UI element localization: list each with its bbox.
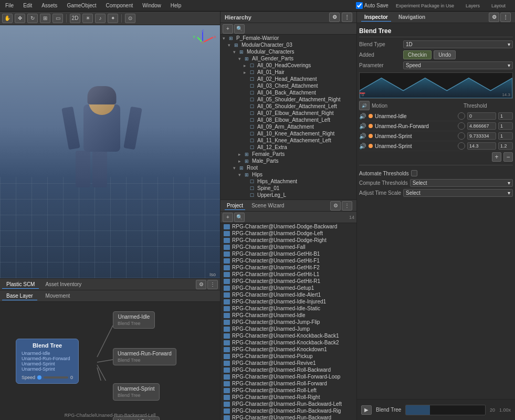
tree-item-knee-l[interactable]: ☐ All_11_Knee_Attachement_Left — [220, 137, 356, 144]
tree-item-knee-r[interactable]: ☐ All_10_Knee_Attachement_Right — [220, 130, 356, 137]
project-list-item[interactable]: RPG-Character@Unarmed-GetHit-F1 — [220, 257, 356, 264]
tree-item-elbow-r[interactable]: ☐ All_07_Elbow_Attachment_Right — [220, 110, 356, 117]
tree-item-hipsattach[interactable]: ☐ Hips_Attachment — [220, 178, 356, 185]
automate-checkbox[interactable] — [411, 170, 417, 176]
tab-scene-wizard[interactable]: Scene Wizard — [249, 202, 286, 209]
motion-dot-btn[interactable] — [458, 122, 465, 130]
project-list-item[interactable]: RPG-Character@Unarmed-Dodge-Backward — [220, 223, 356, 230]
tree-item-allgender[interactable]: ▾ ⊞ All_Gender_Parts — [220, 55, 356, 62]
motion-threshold-input[interactable] — [467, 142, 496, 150]
project-list-item[interactable]: RPG-Character@Unarmed-Jump — [220, 326, 356, 332]
project-list-item[interactable]: RPG-Character@Unarmed-Knockback-Back2 — [220, 339, 356, 346]
project-lock-btn[interactable]: ⚙ — [330, 201, 341, 211]
project-list-item[interactable]: RPG-Character@Unarmed-Dodge-Right — [220, 237, 356, 244]
tree-item-modchar[interactable]: ▾ ⊞ Modular_Characters — [220, 48, 356, 55]
motion-multiplier-input[interactable] — [498, 122, 513, 130]
hierarchy-search-btn[interactable]: 🔍 — [234, 24, 245, 34]
tree-item-hair[interactable]: ▸ ☐ All_01_Hair — [220, 69, 356, 76]
fx-btn[interactable]: ✦ — [108, 14, 118, 23]
tab-inspector[interactable]: Inspector — [361, 13, 391, 22]
hierarchy-menu-btn[interactable]: ⋮ — [342, 13, 352, 22]
tree-item-headattach[interactable]: ☐ All_02_Head_Attachment — [220, 76, 356, 82]
hierarchy-lock-btn[interactable]: ⚙ — [329, 13, 340, 22]
adjust-dropdown[interactable]: Select ▾ — [403, 189, 513, 197]
tab-navigation[interactable]: Navigation — [395, 13, 428, 21]
project-list-item[interactable]: RPG-Character@Unarmed-GetHit-F2 — [220, 264, 356, 271]
tree-item-female-warrior[interactable]: ▾ ⊞ P_Female-Warrior — [220, 35, 356, 41]
parameter-dropdown[interactable]: Speed ▾ — [403, 61, 513, 69]
menu-edit[interactable]: Edit — [19, 2, 36, 9]
add-motion-btn[interactable]: + — [492, 152, 501, 162]
tree-item-shoulder-r[interactable]: ☐ All_05_Shoulder_Attachment_Right — [220, 96, 356, 103]
project-list-item[interactable]: RPG-Character@Unarmed-Roll-Right — [220, 394, 356, 401]
project-list-item[interactable]: RPG-Character@Unarmed-Knockdown1 — [220, 346, 356, 353]
tree-item-modchar03[interactable]: ▾ ⊞ ModularCharacter_03 — [220, 41, 356, 48]
play-btn[interactable]: ▶ — [361, 405, 372, 415]
tree-item-arm[interactable]: ☐ All_09_Arm_Attachment — [220, 123, 356, 130]
motion-mute-btn[interactable]: 🔊 — [359, 112, 366, 120]
project-list-item[interactable]: RPG-Character@Unarmed-Run-Backward — [220, 414, 356, 420]
inspector-menu-btn[interactable]: ⋮ — [500, 13, 511, 22]
2d-view-btn[interactable]: 2D — [70, 14, 80, 23]
tab-experiment[interactable]: Experiment Package in Use — [392, 2, 458, 9]
motion-dot-btn[interactable] — [458, 112, 465, 120]
tab-movement[interactable]: Movement — [41, 292, 75, 300]
project-list-item[interactable]: RPG-Character@Unarmed-Roll-Left — [220, 387, 356, 394]
project-list-item[interactable]: RPG-Character@Unarmed-Idle — [220, 312, 356, 319]
project-list-item[interactable]: RPG-Character@Unarmed-Dodge-Left — [220, 230, 356, 237]
menu-assets[interactable]: Assets — [37, 2, 61, 9]
tab-base-layer[interactable]: Base Layer — [2, 292, 37, 300]
project-list-item[interactable]: RPG-Character@Unarmed-Roll-Forward — [220, 380, 356, 387]
tree-item-hips[interactable]: ▾ ⊞ Hips — [220, 171, 356, 178]
tree-item-elbow-l[interactable]: ☐ All_08_Elbow_Attachment_Left — [220, 117, 356, 123]
project-list-item[interactable]: RPG-Character@Unarmed-Roll-Forward-Loop — [220, 373, 356, 380]
auto-save-checkbox[interactable] — [356, 2, 363, 9]
tree-item-headcoverings[interactable]: ▸ ☐ All_00_HeadCoverings — [220, 62, 356, 69]
motion-mute-btn[interactable]: 🔊 — [359, 122, 366, 130]
motion-dot-btn[interactable] — [458, 132, 465, 140]
tree-item-back[interactable]: ☐ All_04_Back_Attachment — [220, 89, 356, 96]
tree-item-root[interactable]: ▾ ⊞ Root — [220, 164, 356, 171]
motion-mute-btn[interactable]: 🔊 — [359, 142, 366, 150]
project-list-item[interactable]: RPG-Character@Unarmed-Idle-Alert1 — [220, 291, 356, 298]
project-list-item[interactable]: RPG-Character@Unarmed-Run-Backward-Rig — [220, 407, 356, 414]
project-add-btn[interactable]: + — [223, 213, 233, 222]
project-list-item[interactable]: RPG-Character@Unarmed-Fall — [220, 244, 356, 250]
project-list-item[interactable]: RPG-Character@Unarmed-GetHit-L1 — [220, 271, 356, 278]
panel-menu-btn[interactable]: ⋮ — [207, 280, 218, 289]
menu-gameobject[interactable]: GameObject — [62, 2, 100, 9]
tree-item-spine01[interactable]: ☐ Spine_01 — [220, 185, 356, 192]
scale-tool-btn[interactable]: ⊞ — [40, 14, 50, 23]
tab-project[interactable]: Project — [225, 202, 245, 210]
project-list-item[interactable]: RPG-Character@Unarmed-Jump-Flip — [220, 319, 356, 326]
menu-component[interactable]: Component — [102, 2, 138, 9]
mute-all-btn[interactable]: 🔊 — [359, 101, 370, 110]
motion-multiplier-input[interactable] — [498, 112, 513, 120]
project-search-btn[interactable]: 🔍 — [234, 213, 245, 222]
project-list-item[interactable]: RPG-Character@Unarmed-Idle-Static — [220, 305, 356, 312]
menu-window[interactable]: Window — [138, 2, 165, 9]
motion-multiplier-input[interactable] — [498, 142, 513, 150]
project-list-item[interactable]: RPG-Character@Unarmed-GetHit-B1 — [220, 250, 356, 257]
timeline-track[interactable] — [405, 405, 486, 415]
project-list-item[interactable]: RPG-Character@Unarmed-Pickup — [220, 353, 356, 360]
panel-lock-btn[interactable]: ⚙ — [196, 280, 206, 289]
project-list-item[interactable]: RPG-Character@Unarmed-Roll-Backward — [220, 366, 356, 373]
tab-layers[interactable]: Layers — [461, 2, 484, 9]
remove-motion-btn[interactable]: − — [503, 152, 513, 162]
bt-node-sprint[interactable]: Unarmed-Sprint Blend Tree — [113, 383, 160, 401]
tree-item-male[interactable]: ▸ ⊞ Male_Parts — [220, 158, 356, 164]
motion-dot-btn[interactable] — [458, 142, 465, 150]
compute-dropdown[interactable]: Select ▾ — [410, 179, 513, 187]
audio-btn[interactable]: ♪ — [95, 14, 106, 23]
tab-layout[interactable]: Layout — [487, 2, 510, 9]
menu-help[interactable]: Help — [166, 2, 186, 9]
rotate-tool-btn[interactable]: ↻ — [27, 14, 38, 23]
bt-node-idle[interactable]: Unarmed-Idle Blend Tree — [113, 311, 155, 329]
tab-plastic-scm[interactable]: Plastic SCM — [2, 280, 39, 289]
blend-tree-main-node[interactable]: Blend Tree Unarmed-Idle Unarmed-Run-Forw… — [16, 339, 79, 384]
tab-asset-inventory[interactable]: Asset Inventory — [41, 280, 86, 288]
checkin-btn[interactable]: Checkin — [403, 50, 432, 59]
project-list-item[interactable]: RPG-Character@Unarmed-Getup1 — [220, 285, 356, 291]
hand-tool-btn[interactable]: ✋ — [2, 14, 13, 23]
